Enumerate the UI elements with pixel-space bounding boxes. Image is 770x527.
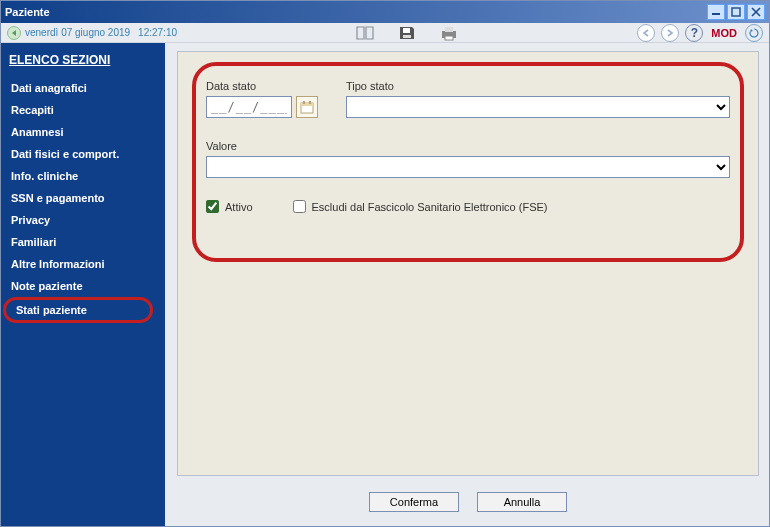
calendar-button[interactable] bbox=[296, 96, 318, 118]
valore-group: Valore bbox=[206, 140, 730, 178]
sidebar-item-recapiti[interactable]: Recapiti bbox=[9, 99, 159, 121]
data-stato-label: Data stato bbox=[206, 80, 326, 92]
body: ELENCO SEZIONI Dati anagrafici Recapiti … bbox=[1, 43, 769, 526]
form-inner: Data stato bbox=[206, 80, 730, 213]
toolbar-book-button[interactable] bbox=[352, 24, 378, 42]
close-button[interactable] bbox=[747, 4, 765, 20]
svg-rect-1 bbox=[732, 8, 740, 16]
fse-checkbox[interactable]: Escludi dal Fascicolo Sanitario Elettron… bbox=[293, 200, 548, 213]
window-title: Paziente bbox=[5, 6, 50, 18]
sidebar-item-dati-fisici[interactable]: Dati fisici e comport. bbox=[9, 143, 159, 165]
sidebar: ELENCO SEZIONI Dati anagrafici Recapiti … bbox=[1, 43, 165, 526]
data-stato-group: Data stato bbox=[206, 80, 326, 118]
svg-rect-7 bbox=[445, 27, 453, 32]
restore-button[interactable] bbox=[727, 4, 745, 20]
sidebar-item-altre-info[interactable]: Altre Informazioni bbox=[9, 253, 159, 275]
toolbar-save-button[interactable] bbox=[394, 24, 420, 42]
close-icon bbox=[751, 7, 761, 17]
help-button[interactable]: ? bbox=[685, 24, 703, 42]
valore-select[interactable] bbox=[206, 156, 730, 178]
svg-rect-11 bbox=[303, 101, 305, 104]
confirm-button[interactable]: Conferma bbox=[369, 492, 459, 512]
tipo-stato-select[interactable] bbox=[346, 96, 730, 118]
status-time: 12:27:10 bbox=[138, 27, 177, 38]
arrow-right-icon bbox=[665, 28, 675, 38]
arrow-left-icon bbox=[641, 28, 651, 38]
cancel-button[interactable]: Annulla bbox=[477, 492, 567, 512]
calendar-icon bbox=[300, 100, 314, 114]
data-stato-input[interactable] bbox=[206, 96, 292, 118]
tipo-stato-group: Tipo stato bbox=[346, 80, 730, 118]
svg-rect-12 bbox=[309, 101, 311, 104]
fse-label: Escludi dal Fascicolo Sanitario Elettron… bbox=[312, 201, 548, 213]
titlebar: Paziente bbox=[1, 1, 769, 23]
sidebar-item-stati-paziente[interactable]: Stati paziente bbox=[3, 297, 153, 323]
tipo-stato-label: Tipo stato bbox=[346, 80, 730, 92]
sidebar-item-ssn[interactable]: SSN e pagamento bbox=[9, 187, 159, 209]
attivo-input[interactable] bbox=[206, 200, 219, 213]
sidebar-item-info-cliniche[interactable]: Info. cliniche bbox=[9, 165, 159, 187]
minimize-icon bbox=[711, 8, 721, 16]
back-icon[interactable] bbox=[7, 26, 21, 40]
printer-icon bbox=[439, 25, 459, 41]
attivo-label: Attivo bbox=[225, 201, 253, 213]
refresh-button[interactable] bbox=[745, 24, 763, 42]
book-icon bbox=[355, 25, 375, 41]
sidebar-item-note-paziente[interactable]: Note paziente bbox=[9, 275, 159, 297]
fse-input[interactable] bbox=[293, 200, 306, 213]
sidebar-item-familiari[interactable]: Familiari bbox=[9, 231, 159, 253]
app-window: Paziente venerdì 07 giugno 2019 12:27:10 bbox=[0, 0, 770, 527]
svg-rect-8 bbox=[445, 36, 453, 40]
nav-next-button[interactable] bbox=[661, 24, 679, 42]
status-bar: venerdì 07 giugno 2019 12:27:10 bbox=[1, 23, 769, 43]
nav-prev-button[interactable] bbox=[637, 24, 655, 42]
svg-rect-10 bbox=[301, 103, 313, 106]
minimize-button[interactable] bbox=[707, 4, 725, 20]
svg-rect-0 bbox=[712, 13, 720, 15]
refresh-icon bbox=[748, 27, 760, 39]
status-date: venerdì 07 giugno 2019 bbox=[25, 27, 130, 38]
form-panel: Data stato bbox=[177, 51, 759, 476]
sidebar-item-privacy[interactable]: Privacy bbox=[9, 209, 159, 231]
sidebar-item-dati-anagrafici[interactable]: Dati anagrafici bbox=[9, 77, 159, 99]
floppy-icon bbox=[398, 25, 416, 41]
help-icon: ? bbox=[691, 26, 698, 40]
valore-label: Valore bbox=[206, 140, 730, 152]
sidebar-title: ELENCO SEZIONI bbox=[9, 53, 159, 67]
restore-icon bbox=[731, 7, 741, 17]
attivo-checkbox[interactable]: Attivo bbox=[206, 200, 253, 213]
sidebar-item-anamnesi[interactable]: Anamnesi bbox=[9, 121, 159, 143]
svg-rect-4 bbox=[403, 28, 410, 33]
toolbar-print-button[interactable] bbox=[436, 24, 462, 42]
mod-label: MOD bbox=[711, 27, 737, 39]
button-row: Conferma Annulla bbox=[177, 486, 759, 518]
content-area: Data stato bbox=[165, 43, 769, 526]
svg-rect-5 bbox=[403, 35, 411, 38]
